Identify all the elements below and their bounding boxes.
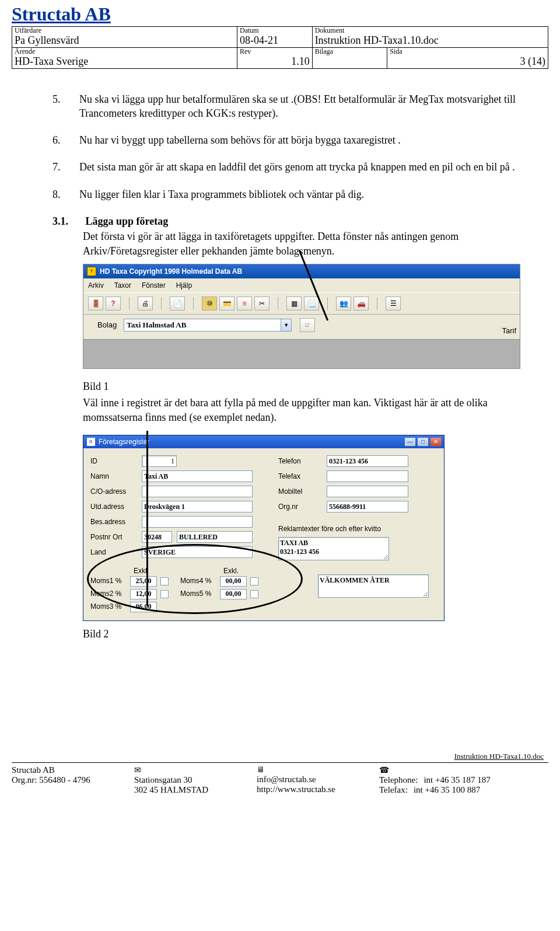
section-body: Det första vi gör är att lägga in taxifö…: [83, 229, 531, 258]
lbl-sida: Sida: [390, 48, 545, 55]
footer-street: Stationsgatan 30: [134, 775, 251, 785]
footer-company: Structab AB: [12, 765, 128, 775]
coin-icon[interactable]: ⑩: [202, 297, 217, 311]
screenshot-hdtaxa: T HD Taxa Copyright 1998 Holmedal Data A…: [83, 264, 520, 369]
annotation-line: [146, 431, 148, 606]
bolag-input[interactable]: [124, 319, 281, 332]
window-title: HD Taxa Copyright 1998 Holmedal Data AB: [100, 267, 242, 276]
separator: [278, 297, 278, 310]
val-dokument: Instruktion HD-Taxa1.10.doc: [315, 34, 545, 47]
val-utf: Pa Gyllensvärd: [15, 34, 235, 47]
lbl-rev: Rev: [240, 48, 310, 55]
footer-fax: int +46 35 100 887: [414, 785, 480, 795]
scissors-icon[interactable]: ✂: [254, 297, 270, 311]
org-field[interactable]: [327, 501, 408, 512]
footer-tel-lbl: Telephone:: [379, 775, 418, 785]
menu-arkiv[interactable]: Arkiv: [88, 281, 104, 290]
print-icon[interactable]: 🖨: [138, 297, 153, 311]
grid-icon[interactable]: ▦: [286, 297, 302, 311]
separator: [327, 297, 328, 310]
lbl-dokument: Dokument: [315, 27, 545, 34]
phone-icon: ☎: [379, 765, 542, 775]
menubar[interactable]: Arkiv Taxor Fönster Hjälp: [83, 278, 520, 292]
bild1-caption: Bild 1: [83, 379, 531, 393]
lbl-reklam: Reklamtexter före och efter kvitto: [278, 524, 381, 534]
doc-icon[interactable]: 📄: [170, 297, 185, 311]
footer-orgnr: Org.nr: 556480 - 4796: [12, 775, 128, 785]
close-button[interactable]: ✕: [430, 437, 442, 447]
page-icon[interactable]: 📃: [304, 297, 319, 311]
company-title: Structab AB: [12, 4, 548, 25]
list-icon[interactable]: ☰: [386, 297, 401, 311]
list-item: 8. Nu ligger filen klar i Taxa programme…: [52, 187, 531, 201]
pointing-hand-button[interactable]: ☞: [300, 318, 315, 332]
lbl-arende: Ärende: [15, 48, 235, 55]
bild1-text: Väl inne i registret är det bara att fyl…: [83, 396, 531, 424]
separator: [161, 297, 162, 310]
lbl-bilaga: Bilaga: [315, 48, 385, 55]
reklam2-field[interactable]: [318, 574, 429, 598]
menu-taxor[interactable]: Taxor: [114, 281, 131, 290]
exit-icon[interactable]: 🚪: [88, 297, 103, 311]
val-sida: 3 (14): [390, 55, 545, 68]
list-item: 7. Det sista man gör är att skapa en lad…: [52, 160, 531, 174]
bolag-label: Bolag: [97, 320, 117, 330]
lbl-tel: Telefon: [278, 456, 322, 466]
val-datum: 08-04-21: [240, 34, 310, 47]
lbl-postnr: Postnr Ort: [90, 532, 137, 542]
footer-fax-lbl: Telefax:: [379, 785, 408, 795]
item-text: Det sista man gör är att skapa en laddfi…: [79, 160, 531, 174]
utd-field[interactable]: [142, 501, 253, 512]
minimize-button[interactable]: —: [404, 437, 416, 447]
footer-tel: int +46 35 187 187: [424, 775, 490, 785]
client-area: [83, 339, 520, 368]
namn-field[interactable]: [142, 470, 253, 482]
section-heading: 3.1. Lägga upp företag: [52, 214, 531, 228]
tarif-label: Tarif: [502, 326, 516, 336]
item-text: Nu ligger filen klar i Taxa programmets …: [79, 187, 531, 201]
menu-hjalp[interactable]: Hjälp: [176, 281, 192, 290]
window-titlebar[interactable]: ≡ Företagsregister — □ ✕: [83, 435, 444, 448]
screenshot-foretagsregister: ≡ Företagsregister — □ ✕ ID Namn C/O-adr…: [83, 435, 444, 621]
envelope-icon: ✉: [134, 765, 251, 775]
separator: [377, 297, 377, 310]
footer-email: info@structab.se: [257, 775, 373, 784]
item-text: Nu har vi byggt upp tabellerna som behöv…: [79, 133, 531, 147]
ort-field[interactable]: [177, 531, 253, 543]
help-icon[interactable]: ?: [106, 297, 121, 311]
chart-icon[interactable]: ≡: [237, 297, 252, 311]
globe-icon: 🖥: [257, 765, 373, 775]
window-titlebar[interactable]: T HD Taxa Copyright 1998 Holmedal Data A…: [83, 264, 520, 278]
fax-field[interactable]: [327, 470, 408, 482]
section-num: 3.1.: [52, 214, 83, 228]
users-icon[interactable]: 👥: [336, 297, 351, 311]
annotation-ellipse: [87, 544, 303, 614]
menu-fonster[interactable]: Fönster: [142, 281, 166, 290]
lbl-org: Org.nr: [278, 502, 322, 511]
lbl-fax: Telefax: [278, 472, 322, 481]
car-icon[interactable]: 🚗: [354, 297, 369, 311]
bild2-caption: Bild 2: [83, 627, 531, 641]
val-arende: HD-Taxa Sverige: [15, 55, 235, 68]
item-num: 7.: [52, 160, 79, 174]
footer-city: 302 45 HALMSTAD: [134, 785, 251, 795]
app-icon: T: [87, 267, 96, 276]
chevron-down-icon[interactable]: ▼: [281, 319, 292, 332]
bolag-row: Bolag ▼ ☞ Tarif: [83, 315, 520, 339]
separator: [129, 297, 130, 310]
tel-field[interactable]: [327, 455, 408, 467]
maximize-button[interactable]: □: [417, 437, 429, 447]
page-footer: Instruktion HD-Taxa1.10.doc Structab AB …: [12, 752, 548, 795]
card-icon[interactable]: 💳: [219, 297, 235, 311]
lbl-mob: Mobiltel: [278, 487, 322, 496]
reklam1-field[interactable]: [278, 537, 389, 560]
footer-divider: [12, 762, 548, 763]
co-field[interactable]: [142, 486, 253, 497]
mob-field[interactable]: [327, 486, 408, 497]
section-title: Lägga upp företag: [86, 215, 169, 227]
bes-field[interactable]: [142, 516, 253, 528]
bolag-combo[interactable]: ▼: [124, 319, 292, 332]
window-title: Företagsregister: [99, 437, 149, 447]
window-icon: ≡: [87, 438, 95, 446]
lbl-namn: Namn: [90, 472, 137, 481]
